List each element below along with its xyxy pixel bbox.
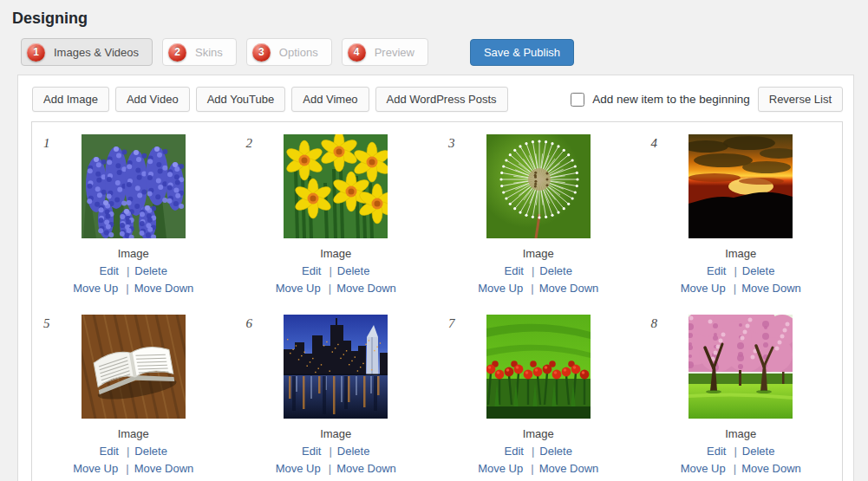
item-type-label: Image [640, 245, 843, 263]
item-move-row: Move Up|Move Down [235, 460, 438, 478]
delete-link[interactable]: Delete [337, 445, 370, 458]
tab-bar: 1Images & Videos2Skins3Options4Preview S… [21, 38, 868, 66]
move-up-link[interactable]: Move Up [276, 282, 321, 295]
item-number: 7 [448, 316, 455, 331]
media-items-container: 1ImageEdit|DeleteMove Up|Move Down2Image… [31, 121, 843, 481]
item-number: 5 [43, 316, 50, 331]
item-type-label: Image [640, 426, 843, 443]
tab-skins[interactable]: 2Skins [162, 38, 237, 66]
delete-link[interactable]: Delete [742, 445, 775, 458]
thumbnail-art [689, 315, 793, 419]
move-down-link[interactable]: Move Down [134, 462, 194, 475]
media-item: 3ImageEdit|DeleteMove Up|Move Down [437, 129, 640, 297]
separator: | [734, 445, 736, 458]
item-type-label: Image [437, 245, 640, 263]
thumbnail-open-book [82, 315, 186, 419]
move-down-link[interactable]: Move Down [539, 282, 599, 295]
delete-link[interactable]: Delete [134, 264, 167, 277]
add-youtube-button[interactable]: Add YouTube [196, 87, 286, 112]
item-type-label: Image [235, 245, 438, 263]
delete-link[interactable]: Delete [539, 445, 572, 458]
delete-link[interactable]: Delete [134, 445, 167, 458]
move-up-link[interactable]: Move Up [681, 282, 726, 295]
edit-link[interactable]: Edit [505, 445, 524, 458]
tab-label: Preview [375, 46, 414, 59]
move-up-link[interactable]: Move Up [73, 462, 118, 475]
step-number-badge: 4 [348, 43, 366, 62]
item-number: 4 [651, 136, 658, 151]
move-down-link[interactable]: Move Down [741, 462, 801, 475]
edit-link[interactable]: Edit [505, 264, 524, 277]
add-wordpress-posts-button[interactable]: Add WordPress Posts [375, 87, 508, 112]
media-item: 1ImageEdit|DeleteMove Up|Move Down [32, 129, 235, 297]
media-item: 6ImageEdit|DeleteMove Up|Move Down [235, 309, 438, 478]
edit-link[interactable]: Edit [707, 264, 726, 277]
edit-link[interactable]: Edit [707, 445, 726, 458]
move-up-link[interactable]: Move Up [478, 462, 523, 475]
tab-options[interactable]: 3Options [246, 38, 332, 66]
move-up-link[interactable]: Move Up [478, 282, 523, 295]
item-number: 8 [651, 316, 658, 331]
thumbnail-city-skyline [284, 315, 388, 419]
page-header: Designing [0, 0, 868, 28]
move-up-link[interactable]: Move Up [681, 462, 726, 475]
move-down-link[interactable]: Move Down [336, 462, 396, 475]
delete-link[interactable]: Delete [742, 264, 775, 277]
separator: | [734, 282, 736, 295]
add-video-button[interactable]: Add Video [115, 87, 190, 112]
delete-link[interactable]: Delete [337, 264, 370, 277]
item-actions-row: Edit|Delete [235, 443, 438, 460]
edit-link[interactable]: Edit [100, 445, 119, 458]
add-to-beginning-checkbox[interactable] [571, 93, 584, 107]
toolbar: Add ImageAdd VideoAdd YouTubeAdd VimeoAd… [18, 75, 853, 120]
delete-link[interactable]: Delete [539, 264, 572, 277]
separator: | [734, 462, 736, 475]
separator: | [531, 282, 533, 295]
move-up-link[interactable]: Move Up [73, 282, 118, 295]
item-number: 6 [246, 316, 253, 331]
thumbnail-art [486, 134, 591, 238]
page-title: Designing [12, 9, 868, 28]
separator: | [329, 462, 331, 475]
item-move-row: Move Up|Move Down [437, 460, 640, 478]
move-down-link[interactable]: Move Down [741, 282, 801, 295]
thumbnail-dandelion [486, 134, 591, 238]
item-move-row: Move Up|Move Down [640, 460, 843, 478]
thumbnail-grape-hyacinth [82, 134, 186, 238]
edit-link[interactable]: Edit [302, 264, 321, 277]
separator: | [126, 462, 128, 475]
thumbnail-cherry-blossoms [689, 315, 793, 419]
step-number-badge: 1 [27, 43, 45, 62]
tab-label: Skins [195, 46, 223, 59]
tab-label: Images & Videos [54, 46, 139, 59]
move-down-link[interactable]: Move Down [336, 282, 396, 295]
move-down-link[interactable]: Move Down [134, 282, 194, 295]
item-move-row: Move Up|Move Down [437, 280, 640, 297]
item-move-row: Move Up|Move Down [32, 460, 235, 478]
edit-link[interactable]: Edit [302, 445, 321, 458]
save-publish-button[interactable]: Save & Publish [470, 39, 574, 66]
move-up-link[interactable]: Move Up [276, 462, 321, 475]
move-down-link[interactable]: Move Down [539, 462, 599, 475]
separator: | [532, 264, 534, 277]
reverse-list-button[interactable]: Reverse List [758, 87, 843, 112]
item-actions-row: Edit|Delete [32, 443, 235, 460]
toolbar-right-group: Add new item to the beginning Reverse Li… [571, 87, 843, 112]
add-image-button[interactable]: Add Image [32, 87, 109, 112]
tab-preview[interactable]: 4Preview [342, 38, 428, 66]
separator: | [532, 445, 534, 458]
item-number: 2 [246, 136, 253, 151]
add-vimeo-button[interactable]: Add Vimeo [291, 87, 369, 112]
media-item: 4ImageEdit|DeleteMove Up|Move Down [640, 129, 843, 297]
item-type-label: Image [32, 245, 235, 263]
add-to-beginning-label[interactable]: Add new item to the beginning [571, 93, 750, 107]
separator: | [126, 282, 128, 295]
separator: | [329, 445, 331, 458]
media-item: 7ImageEdit|DeleteMove Up|Move Down [437, 309, 640, 478]
tab-images-videos[interactable]: 1Images & Videos [21, 38, 153, 66]
item-actions-row: Edit|Delete [640, 263, 843, 280]
item-actions-row: Edit|Delete [235, 263, 438, 280]
edit-link[interactable]: Edit [100, 264, 119, 277]
media-item: 8ImageEdit|DeleteMove Up|Move Down [640, 309, 843, 478]
separator: | [531, 462, 533, 475]
